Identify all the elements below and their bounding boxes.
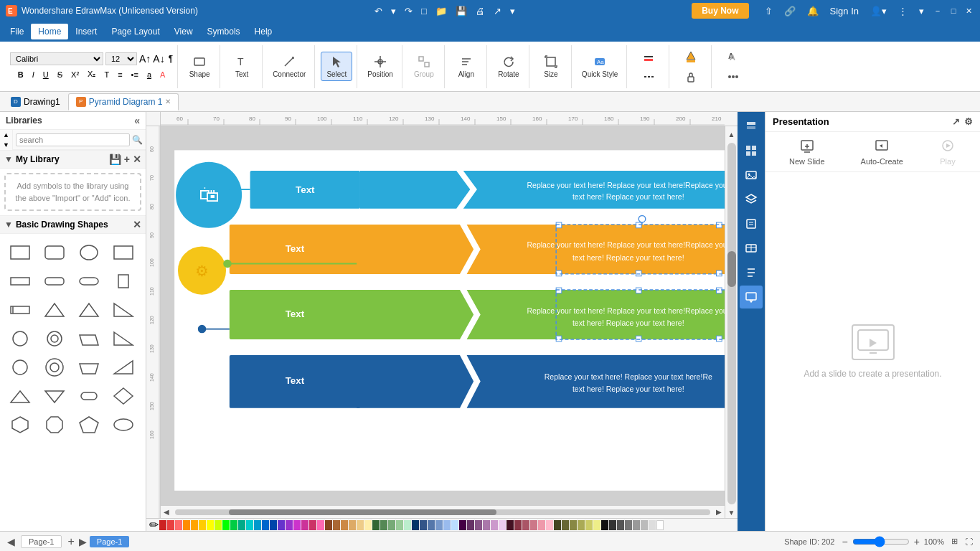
lock-btn[interactable] bbox=[675, 67, 707, 86]
rs-image-btn[interactable] bbox=[740, 164, 763, 187]
color-swatch[interactable] bbox=[199, 520, 206, 530]
move-right-btn[interactable]: ▶ bbox=[79, 536, 87, 547]
vscroll-up[interactable]: ▲ bbox=[727, 129, 737, 140]
color-swatch[interactable] bbox=[443, 520, 451, 530]
italic-btn[interactable]: I bbox=[29, 69, 38, 80]
shape-btn[interactable]: Shape bbox=[184, 52, 215, 80]
color-swatch[interactable] bbox=[278, 520, 285, 530]
shape-small-tri2[interactable] bbox=[40, 383, 69, 409]
superscript-btn[interactable]: X² bbox=[67, 69, 83, 80]
rs-grid-btn[interactable] bbox=[740, 139, 763, 162]
shape-rounded-small[interactable] bbox=[40, 268, 69, 294]
color-swatch[interactable] bbox=[459, 520, 466, 530]
hscroll-right[interactable]: ▶ bbox=[713, 508, 725, 516]
share-btn[interactable]: ⇧ bbox=[762, 4, 776, 18]
move-left-btn[interactable]: ◀ bbox=[7, 536, 15, 547]
new-btn[interactable]: □ bbox=[418, 4, 430, 18]
color-swatch[interactable] bbox=[191, 520, 198, 530]
color-swatch[interactable] bbox=[593, 520, 600, 530]
color-swatch[interactable] bbox=[286, 520, 293, 530]
rs-format-btn[interactable] bbox=[740, 261, 763, 284]
size-btn[interactable]: Size bbox=[535, 52, 567, 80]
import-library-btn[interactable]: 💾 bbox=[109, 154, 121, 165]
search-input[interactable] bbox=[16, 133, 130, 146]
font-shrink-btn[interactable]: A↓ bbox=[153, 53, 164, 65]
menu-home[interactable]: Home bbox=[31, 24, 68, 39]
color-swatch[interactable] bbox=[562, 520, 569, 530]
shape-ring[interactable] bbox=[40, 326, 69, 352]
color-swatch[interactable] bbox=[656, 520, 664, 530]
rotate-btn[interactable]: Rotate bbox=[493, 52, 524, 80]
color-swatch[interactable] bbox=[467, 520, 474, 530]
add-page-btn[interactable]: + bbox=[67, 535, 74, 548]
color-swatch[interactable] bbox=[625, 520, 632, 530]
auto-create-btn[interactable]: Auto-Create bbox=[861, 138, 903, 166]
fullscreen-btn[interactable]: ⛶ bbox=[965, 537, 973, 546]
color-swatch[interactable] bbox=[522, 520, 529, 530]
my-library-collapse[interactable]: ▼ bbox=[4, 154, 13, 164]
color-swatch[interactable] bbox=[546, 520, 553, 530]
line-style-btn[interactable] bbox=[633, 67, 664, 86]
font-color-btn[interactable]: A bbox=[156, 69, 169, 80]
shape-rtriangle2[interactable] bbox=[109, 326, 138, 352]
align-btn[interactable]: Align bbox=[451, 52, 482, 80]
color-swatch[interactable] bbox=[357, 520, 364, 530]
basic-shapes-collapse[interactable]: ▼ bbox=[4, 220, 13, 230]
print-btn[interactable]: 🖨 bbox=[473, 4, 488, 18]
color-swatch[interactable] bbox=[183, 520, 190, 530]
shape-banner[interactable] bbox=[6, 297, 34, 323]
hscroll-left[interactable]: ◀ bbox=[161, 508, 172, 516]
color-swatch[interactable] bbox=[238, 520, 245, 530]
hscroll-bar[interactable]: ◀ ▶ bbox=[161, 505, 725, 518]
rs-layers-btn[interactable] bbox=[740, 188, 763, 211]
text-shadow-btn[interactable]: AA bbox=[717, 47, 749, 66]
color-swatch[interactable] bbox=[349, 520, 356, 530]
color-swatch[interactable] bbox=[293, 520, 301, 530]
menu-file[interactable]: File bbox=[3, 24, 31, 39]
scroll-down-btn[interactable]: ▼ bbox=[0, 140, 12, 150]
font-size-select[interactable]: 12 bbox=[105, 52, 137, 65]
hscroll-track[interactable] bbox=[175, 509, 710, 515]
pres-export-btn[interactable]: ↗ bbox=[952, 116, 960, 127]
color-swatch[interactable] bbox=[215, 520, 222, 530]
menu-view[interactable]: View bbox=[167, 24, 200, 39]
bold-btn[interactable]: B bbox=[14, 69, 27, 80]
tab-drawing1[interactable]: D Drawing1 bbox=[3, 93, 68, 110]
numbering-btn[interactable]: ≡ bbox=[114, 69, 126, 80]
font-grow-btn[interactable]: A↑ bbox=[139, 53, 151, 65]
shape-stadium[interactable] bbox=[75, 383, 103, 409]
zoom-in-btn[interactable]: + bbox=[914, 536, 920, 547]
line-color-btn[interactable] bbox=[633, 47, 664, 66]
menu-page-layout[interactable]: Page Layout bbox=[104, 24, 166, 39]
connect-btn[interactable]: 🔗 bbox=[781, 4, 798, 18]
page-tab-1[interactable]: Page-1 bbox=[21, 535, 62, 548]
collapse-panel-btn[interactable]: « bbox=[134, 115, 140, 126]
shape-triangle2[interactable] bbox=[75, 297, 103, 323]
export-btn[interactable]: ↗ bbox=[491, 4, 504, 18]
color-swatch[interactable] bbox=[207, 520, 214, 530]
page-tab-active[interactable]: Page-1 bbox=[90, 536, 129, 547]
color-swatch[interactable] bbox=[601, 520, 608, 530]
color-swatch[interactable] bbox=[420, 520, 427, 530]
color-swatch[interactable] bbox=[230, 520, 237, 530]
color-swatch[interactable] bbox=[341, 520, 348, 530]
color-swatch[interactable] bbox=[554, 520, 561, 530]
shape-oct[interactable] bbox=[40, 412, 69, 438]
shape-narrow-rect[interactable] bbox=[109, 268, 138, 294]
color-swatch[interactable] bbox=[325, 520, 332, 530]
color-swatch[interactable] bbox=[530, 520, 537, 530]
more-qa[interactable]: ▾ bbox=[507, 4, 518, 18]
color-swatch[interactable] bbox=[301, 520, 308, 530]
open-btn[interactable]: 📁 bbox=[433, 4, 450, 18]
buy-now-button[interactable]: Buy Now bbox=[692, 3, 748, 19]
shape-small-rect[interactable] bbox=[6, 268, 34, 294]
menu-help[interactable]: Help bbox=[248, 24, 280, 39]
close-basic-shapes-btn[interactable]: ✕ bbox=[133, 219, 141, 230]
shape-ellipse3[interactable] bbox=[109, 412, 138, 438]
color-swatch[interactable] bbox=[246, 520, 253, 530]
group-btn[interactable]: Group bbox=[408, 52, 440, 80]
select-btn[interactable]: Select bbox=[321, 52, 352, 81]
shape-trapezoid[interactable] bbox=[75, 354, 103, 380]
menu-symbols[interactable]: Symbols bbox=[200, 24, 248, 39]
shape-rtriangle3[interactable] bbox=[109, 354, 138, 380]
